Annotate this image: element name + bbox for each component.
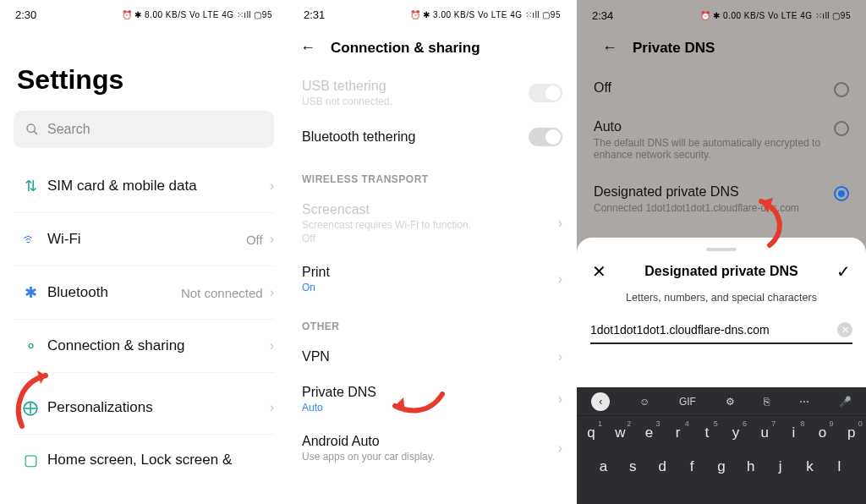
item-bt-tethering[interactable]: Bluetooth tethering bbox=[302, 118, 562, 156]
item-sub: Screencast requires Wi-Fi to function. bbox=[302, 219, 471, 231]
status-time: 2:30 bbox=[15, 8, 36, 21]
option-sub: The default DNS will be automatically en… bbox=[594, 137, 827, 161]
key-o[interactable]: o9 bbox=[812, 425, 834, 441]
sim-icon: ⇅ bbox=[14, 177, 47, 195]
bluetooth-icon: ✱ bbox=[14, 283, 47, 302]
item-label: USB tethering bbox=[302, 79, 392, 94]
key-l[interactable]: l bbox=[827, 458, 851, 475]
header-title: Connection & sharing bbox=[331, 40, 480, 57]
dns-host-field[interactable]: ✕ bbox=[590, 319, 852, 344]
item-label: Android Auto bbox=[302, 434, 435, 449]
translate-icon[interactable]: ⎘ bbox=[764, 396, 770, 408]
key-q[interactable]: q1 bbox=[580, 425, 602, 441]
svg-line-1 bbox=[34, 131, 37, 134]
more-icon[interactable]: ⋯ bbox=[799, 396, 809, 408]
toggle[interactable] bbox=[529, 128, 562, 146]
header: ← Private DNS bbox=[590, 24, 852, 68]
status-indicators: ⏰ ✱ 3.00 KB/S Vo LTE 4G ⁙ıll ▢95 bbox=[410, 10, 561, 19]
item-label: VPN bbox=[302, 349, 330, 364]
item-android-auto[interactable]: Android AutoUse apps on your car display… bbox=[302, 424, 562, 473]
gif-button[interactable]: GIF bbox=[679, 396, 696, 408]
bottom-sheet: ✕ Designated private DNS ✓ Letters, numb… bbox=[577, 238, 866, 504]
chevron-right-icon: › bbox=[270, 285, 274, 300]
item-label: Home screen, Lock screen & bbox=[47, 452, 274, 468]
back-button[interactable]: ← bbox=[300, 39, 315, 57]
kb-collapse-icon[interactable]: ‹ bbox=[591, 392, 610, 411]
item-label: Connection & sharing bbox=[47, 337, 270, 354]
sheet-title: Designated private DNS bbox=[644, 264, 797, 279]
annotation-arrow bbox=[744, 193, 795, 255]
search-icon bbox=[25, 123, 39, 136]
gear-icon[interactable]: ⚙ bbox=[726, 396, 735, 408]
chevron-right-icon: › bbox=[558, 349, 562, 364]
search-input[interactable]: Search bbox=[14, 111, 274, 148]
key-r[interactable]: r4 bbox=[667, 425, 689, 441]
item-value: Off bbox=[246, 233, 263, 247]
key-g[interactable]: g bbox=[710, 458, 733, 475]
chevron-right-icon: › bbox=[270, 400, 274, 415]
status-indicators: ⏰ ✱ 8.00 KB/S Vo LTE 4G ⁙ıll ▢95 bbox=[122, 10, 272, 19]
key-e[interactable]: e3 bbox=[638, 425, 660, 441]
chevron-right-icon: › bbox=[270, 338, 274, 353]
confirm-button[interactable]: ✓ bbox=[836, 261, 851, 282]
chevron-right-icon: › bbox=[558, 441, 562, 456]
key-a[interactable]: a bbox=[591, 458, 615, 475]
sticker-icon[interactable]: ☺ bbox=[639, 396, 650, 408]
key-i[interactable]: i8 bbox=[782, 425, 804, 441]
key-h[interactable]: h bbox=[739, 458, 763, 475]
item-vpn[interactable]: VPN › bbox=[302, 339, 562, 375]
option-designated[interactable]: Designated private DNS Connected 1dot1do… bbox=[590, 173, 852, 226]
key-s[interactable]: s bbox=[621, 458, 644, 475]
item-screencast: ScreencastScreencast requires Wi-Fi to f… bbox=[302, 192, 562, 255]
key-p[interactable]: p0 bbox=[841, 425, 863, 441]
item-label: SIM card & mobile data bbox=[47, 178, 270, 194]
item-home-screen[interactable]: ▢ Home screen, Lock screen & bbox=[14, 435, 274, 485]
radio[interactable] bbox=[834, 121, 849, 136]
option-auto[interactable]: Auto The default DNS will be automatical… bbox=[590, 107, 852, 173]
key-j[interactable]: j bbox=[769, 458, 792, 475]
page-title: Settings bbox=[17, 64, 274, 96]
section-wireless: WIRELESS TRANSPORT bbox=[302, 173, 562, 185]
option-off[interactable]: Off bbox=[590, 68, 852, 107]
key-w[interactable]: w2 bbox=[609, 425, 631, 441]
item-sim[interactable]: ⇅ SIM card & mobile data › bbox=[14, 160, 274, 213]
wifi-icon: ᯤ bbox=[14, 231, 47, 249]
chevron-right-icon: › bbox=[270, 178, 274, 194]
item-sub: On bbox=[302, 282, 330, 293]
clear-button[interactable]: ✕ bbox=[837, 322, 852, 337]
key-f[interactable]: f bbox=[680, 458, 704, 475]
item-sub: Auto bbox=[302, 402, 376, 414]
toggle bbox=[529, 84, 562, 102]
dns-host-input[interactable] bbox=[590, 323, 837, 337]
item-label: Bluetooth tethering bbox=[302, 129, 415, 145]
item-label: Screencast bbox=[302, 202, 471, 217]
radio[interactable] bbox=[834, 82, 849, 97]
key-d[interactable]: d bbox=[650, 458, 674, 475]
close-button[interactable]: ✕ bbox=[592, 261, 606, 282]
radio-selected[interactable] bbox=[834, 186, 849, 201]
sheet-handle[interactable] bbox=[706, 248, 737, 251]
key-t[interactable]: t5 bbox=[696, 425, 718, 441]
status-time: 2:34 bbox=[592, 9, 613, 22]
item-bluetooth[interactable]: ✱ Bluetooth Not connected › bbox=[14, 266, 274, 320]
back-button[interactable]: ← bbox=[602, 39, 617, 57]
mic-icon[interactable]: 🎤 bbox=[839, 396, 852, 408]
item-usb-tethering: USB tetheringUSB not connected. bbox=[302, 68, 562, 118]
item-label: Private DNS bbox=[302, 385, 376, 400]
key-k[interactable]: k bbox=[798, 458, 822, 475]
item-print[interactable]: PrintOn › bbox=[302, 255, 562, 304]
input-hint: Letters, numbers, and special characters bbox=[590, 292, 852, 304]
key-y[interactable]: y6 bbox=[725, 425, 747, 441]
header-title: Private DNS bbox=[633, 40, 715, 57]
item-wifi[interactable]: ᯤ Wi-Fi Off › bbox=[14, 213, 274, 266]
item-label: Wi-Fi bbox=[47, 231, 246, 248]
chevron-right-icon: › bbox=[558, 216, 562, 231]
keyboard[interactable]: ‹ ☺ GIF ⚙ ⎘ ⋯ 🎤 q1 w2 e3 r4 t5 y6 u7 i8 bbox=[577, 387, 866, 504]
status-bar: 2:30 ⏰ ✱ 8.00 KB/S Vo LTE 4G ⁙ıll ▢95 bbox=[0, 0, 288, 24]
key-u[interactable]: u7 bbox=[754, 425, 776, 441]
phone-connection-sharing: 2:31 ⏰ ✱ 3.00 KB/S Vo LTE 4G ⁙ıll ▢95 ← … bbox=[288, 0, 577, 504]
share-icon: ⚬ bbox=[14, 337, 47, 355]
phone-private-dns: 2:34 ⏰ ✱ 0.00 KB/S Vo LTE 4G ⁙ıll ▢95 ← … bbox=[577, 0, 866, 504]
status-time: 2:31 bbox=[304, 8, 325, 21]
option-label: Off bbox=[594, 80, 827, 96]
